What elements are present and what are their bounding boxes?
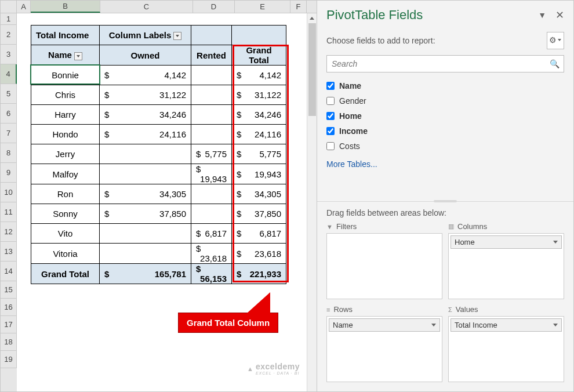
grid[interactable]: Total Income Column Labels Name Owned	[17, 13, 317, 391]
pivot-owned-cell[interactable]	[100, 164, 191, 184]
area-pill[interactable]: Name	[329, 318, 440, 332]
scroll-up-icon[interactable]	[307, 13, 317, 23]
rows-list[interactable]: Name	[326, 316, 442, 382]
row-header-8[interactable]: 8	[1, 143, 17, 163]
pivot-rented-cell[interactable]: $6,817	[191, 224, 232, 244]
row-header-9[interactable]: 9	[1, 163, 17, 183]
pivot-total-cell[interactable]: $31,122	[232, 85, 286, 105]
col-header-B[interactable]: B	[31, 1, 100, 13]
values-list[interactable]: Total Income	[448, 316, 564, 382]
scroll-thumb[interactable]	[308, 23, 316, 116]
chevron-down-icon[interactable]	[553, 241, 558, 244]
close-icon[interactable]: ✕	[555, 9, 564, 21]
dropdown-icon[interactable]	[74, 52, 82, 60]
row-header-6[interactable]: 6	[1, 104, 17, 124]
pivot-total-cell[interactable]: $37,850	[232, 204, 286, 224]
pivot-owned-cell[interactable]	[100, 144, 191, 164]
chevron-down-icon[interactable]	[431, 324, 436, 326]
pane-divider[interactable]	[317, 201, 573, 205]
field-item-gender[interactable]: Gender	[326, 93, 564, 108]
col-header-F[interactable]: F	[290, 1, 307, 13]
pivot-total-cell[interactable]: $19,943	[232, 164, 286, 184]
pivot-owned-cell[interactable]: $4,142	[100, 66, 191, 85]
area-pill[interactable]: Home	[451, 235, 562, 249]
field-item-home[interactable]: Home	[326, 108, 564, 124]
pivot-rented-cell[interactable]: $19,943	[191, 164, 232, 184]
pane-menu-icon[interactable]: ▼	[538, 10, 546, 20]
pivot-rented-cell[interactable]	[191, 125, 232, 144]
col-header-D[interactable]: D	[193, 1, 235, 13]
pivot-owned-cell[interactable]: $24,116	[100, 125, 191, 144]
pivot-col-labels[interactable]: Column Labels	[100, 26, 191, 45]
select-all-corner[interactable]	[1, 1, 17, 13]
row-header-2[interactable]: 2	[1, 25, 17, 45]
row-header-15[interactable]: 15	[1, 281, 17, 299]
pivot-name-cell[interactable]: Ron	[31, 184, 100, 204]
field-checkbox[interactable]	[326, 142, 335, 150]
row-header-19[interactable]: 19	[1, 351, 17, 368]
field-checkbox[interactable]	[326, 82, 335, 90]
row-header-10[interactable]: 10	[1, 183, 17, 202]
pivot-owned-cell[interactable]: $34,305	[100, 184, 191, 204]
vertical-scrollbar[interactable]	[307, 13, 317, 391]
pivot-total-cell[interactable]: $34,305	[232, 184, 286, 204]
pivot-rented-cell[interactable]	[191, 184, 232, 204]
pivot-row-header[interactable]: Name	[31, 45, 100, 66]
pivot-owned-cell[interactable]	[100, 244, 191, 264]
columns-list[interactable]: Home	[448, 233, 564, 299]
pivot-col-rented[interactable]: Rented	[191, 45, 232, 66]
row-header-16[interactable]: 16	[1, 299, 17, 316]
pivot-col-owned[interactable]: Owned	[100, 45, 191, 66]
pivot-name-cell[interactable]: Vitoria	[31, 244, 100, 264]
pivot-rented-cell[interactable]: $5,775	[191, 144, 232, 164]
col-header-A[interactable]: A	[17, 1, 31, 13]
pivot-name-cell[interactable]: Chris	[31, 85, 100, 105]
row-header-12[interactable]: 12	[1, 222, 17, 242]
row-header-14[interactable]: 14	[1, 262, 17, 281]
gear-icon[interactable]	[547, 32, 564, 49]
field-checkbox[interactable]	[326, 112, 335, 120]
row-header-17[interactable]: 17	[1, 316, 17, 333]
pivot-name-cell[interactable]: Vito	[31, 224, 100, 244]
pivot-total-cell[interactable]: $4,142	[232, 66, 286, 85]
col-header-E[interactable]: E	[235, 1, 290, 13]
pivot-name-cell[interactable]: Harry	[31, 105, 100, 125]
pivot-total-cell[interactable]: $23,618	[232, 244, 286, 264]
pivot-owned-cell[interactable]: $37,850	[100, 204, 191, 224]
row-header-11[interactable]: 11	[1, 202, 17, 222]
pivot-name-cell[interactable]: Bonnie	[31, 66, 100, 85]
field-checkbox[interactable]	[326, 127, 335, 135]
col-header-C[interactable]: C	[100, 1, 193, 13]
field-item-income[interactable]: Income	[326, 124, 564, 139]
values-area[interactable]: ΣValues Total Income	[448, 305, 564, 382]
search-input[interactable]	[326, 55, 564, 72]
row-header-18[interactable]: 18	[1, 333, 17, 351]
pivot-rented-cell[interactable]	[191, 204, 232, 224]
pivot-total-cell[interactable]: $5,775	[232, 144, 286, 164]
pivot-name-cell[interactable]: Sonny	[31, 204, 100, 224]
pivot-rented-cell[interactable]	[191, 105, 232, 125]
pivot-rented-cell[interactable]	[191, 85, 232, 105]
filters-list[interactable]	[326, 233, 442, 299]
chevron-down-icon[interactable]	[553, 324, 558, 326]
row-header-13[interactable]: 13	[1, 242, 17, 262]
pivot-name-cell[interactable]: Jerry	[31, 144, 100, 164]
grand-total-rented[interactable]: $56,153	[191, 264, 232, 284]
pivot-rented-cell[interactable]: $23,618	[191, 244, 232, 264]
row-header-7[interactable]: 7	[1, 124, 17, 143]
field-checkbox[interactable]	[326, 97, 335, 105]
rows-area[interactable]: ≡Rows Name	[326, 305, 442, 382]
row-header-3[interactable]: 3	[1, 45, 17, 64]
area-pill[interactable]: Total Income	[451, 318, 562, 332]
grand-total-owned[interactable]: $165,781	[100, 264, 191, 284]
pivot-name-cell[interactable]: Hondo	[31, 125, 100, 144]
pivot-rented-cell[interactable]	[191, 66, 232, 85]
row-header-5[interactable]: 5	[1, 84, 17, 104]
row-header-4[interactable]: 4	[1, 64, 17, 84]
pivot-owned-cell[interactable]: $34,246	[100, 105, 191, 125]
pivot-owned-cell[interactable]	[100, 224, 191, 244]
columns-area[interactable]: ▥Columns Home	[448, 222, 564, 299]
grand-total-total[interactable]: $221,933	[232, 264, 286, 284]
pivot-total-cell[interactable]: $6,817	[232, 224, 286, 244]
pivot-owned-cell[interactable]: $31,122	[100, 85, 191, 105]
